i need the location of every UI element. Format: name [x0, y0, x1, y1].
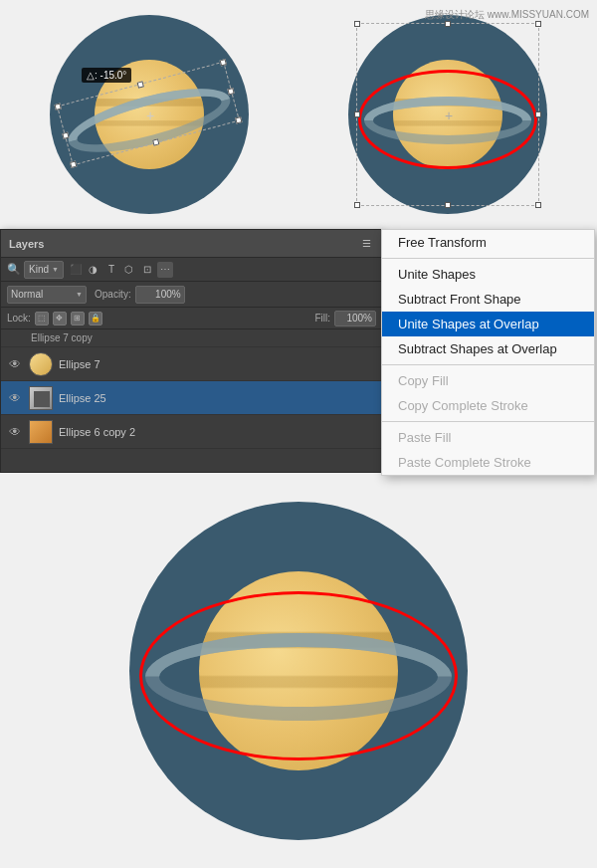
saturn-large-circle [129, 502, 468, 840]
layers-panel: Layers ☰ 🔍 Kind ▼ ⬛ ◑ T ⬡ ⊡ ⋯ Norm [0, 229, 383, 473]
menu-item-subtract-front[interactable]: Subtract Front Shape [382, 287, 594, 312]
handle-br-r [535, 202, 541, 208]
handle-ml [62, 132, 69, 139]
layer-name-0: Ellipse 7 [59, 358, 376, 370]
kind-arrow: ▼ [52, 266, 59, 273]
smart-filter-icon[interactable]: ⊡ [139, 262, 155, 278]
menu-item-paste-stroke: Paste Complete Stroke [382, 450, 594, 475]
handle-mr-r [535, 111, 541, 117]
fill-value[interactable]: 100% [334, 311, 376, 326]
menu-item-paste-fill: Paste Fill [382, 425, 594, 450]
layers-title-bar: Layers ☰ [1, 230, 382, 258]
extra-filter-icon[interactable]: ⋯ [157, 262, 173, 278]
menu-item-unite-shapes[interactable]: Unite Shapes [382, 262, 594, 287]
saturn-right-circle: + [348, 15, 547, 214]
type-filter-icon[interactable]: T [103, 262, 119, 278]
clipped-layer-hint: Ellipse 7 copy [1, 329, 382, 347]
kind-label: Kind [29, 264, 49, 275]
middle-section: Layers ☰ 🔍 Kind ▼ ⬛ ◑ T ⬡ ⊡ ⋯ Norm [0, 229, 597, 473]
lock-pixels-icon[interactable]: ⬚ [35, 312, 49, 326]
pixel-filter-icon[interactable]: ⬛ [68, 262, 84, 278]
menu-item-subtract-overlap[interactable]: Subtract Shapes at Overlap [382, 336, 594, 361]
fill-value-text: 100% [346, 313, 372, 324]
menu-item-copy-stroke: Copy Complete Stroke [382, 393, 594, 418]
crosshair-right: + [445, 108, 453, 123]
handle-bl [70, 161, 77, 168]
handle-mr [227, 88, 234, 95]
shape-filter-icon[interactable]: ⬡ [121, 262, 137, 278]
layer-item-ellipse6copy2[interactable]: 👁 Ellipse 6 copy 2 [1, 415, 382, 449]
layer-thumb-0 [29, 352, 53, 376]
opacity-value: 100% [155, 289, 181, 300]
menu-sep-1 [382, 258, 594, 259]
layer-thumb-1 [29, 386, 53, 410]
eye-icon-2[interactable]: 👁 [7, 424, 23, 440]
saturn-left-container: + △: -15.0° [0, 0, 298, 229]
layer-item-ellipse25[interactable]: 👁 Ellipse 25 [1, 381, 382, 415]
clipped-label: Ellipse 7 copy [31, 332, 93, 343]
opacity-field[interactable]: 100% [135, 286, 185, 304]
layer-name-2: Ellipse 6 copy 2 [59, 426, 376, 438]
layers-controls: Normal ▼ Opacity: 100% [1, 282, 382, 308]
lock-all-icon[interactable]: 🔒 [89, 312, 102, 326]
bottom-section [0, 473, 597, 868]
blend-mode-selector[interactable]: Normal ▼ [7, 286, 87, 304]
eye-icon-1[interactable]: 👁 [7, 390, 23, 406]
angle-indicator: △: -15.0° [82, 68, 131, 83]
blend-mode-label: Normal [11, 289, 43, 300]
lock-label: Lock: [7, 313, 31, 324]
layers-search-row: 🔍 Kind ▼ ⬛ ◑ T ⬡ ⊡ ⋯ [1, 258, 382, 282]
saturn-right-container: + [298, 0, 597, 229]
layer-item-ellipse7[interactable]: 👁 Ellipse 7 [1, 347, 382, 381]
menu-item-unite-overlap[interactable]: Unite Shapes at Overlap [382, 312, 594, 336]
adjust-filter-icon[interactable]: ◑ [86, 262, 101, 278]
handle-tr [220, 59, 227, 66]
handle-tm [137, 81, 144, 88]
lock-row: Lock: ⬚ ✥ ⊞ 🔒 Fill: 100% [1, 308, 382, 329]
kind-selector[interactable]: Kind ▼ [24, 261, 64, 279]
layer-thumb-2 [29, 420, 53, 444]
blend-arrow: ▼ [76, 291, 83, 298]
handle-tl-r [354, 21, 360, 27]
eye-icon-0[interactable]: 👁 [7, 356, 23, 372]
layer-name-1: Ellipse 25 [59, 392, 376, 404]
handle-br [235, 116, 242, 123]
layers-title: Layers [9, 238, 44, 250]
lock-artboard-icon[interactable]: ⊞ [71, 312, 85, 326]
menu-sep-2 [382, 364, 594, 365]
menu-item-free-transform[interactable]: Free Transform [382, 230, 594, 255]
menu-sep-3 [382, 421, 594, 422]
handle-bl-r [354, 202, 360, 208]
search-icon: 🔍 [7, 263, 21, 277]
menu-item-copy-fill: Copy Fill [382, 368, 594, 393]
layers-menu-icon[interactable]: ☰ [358, 236, 374, 252]
crosshair-left: + [146, 108, 154, 123]
top-section: + △: -15.0° [0, 0, 597, 229]
saturn-left-circle: + [50, 15, 249, 214]
opacity-label: Opacity: [95, 289, 131, 300]
handle-ml-r [354, 111, 360, 117]
watermark: 思缘设计论坛 www.MISSYUAN.COM [425, 8, 589, 22]
handle-bm-r [445, 202, 451, 208]
fill-label: Fill: [314, 313, 330, 324]
context-menu: Free Transform Unite Shapes Subtract Fro… [381, 229, 595, 476]
handle-tl [54, 104, 61, 110]
lock-position-icon[interactable]: ✥ [53, 312, 67, 326]
